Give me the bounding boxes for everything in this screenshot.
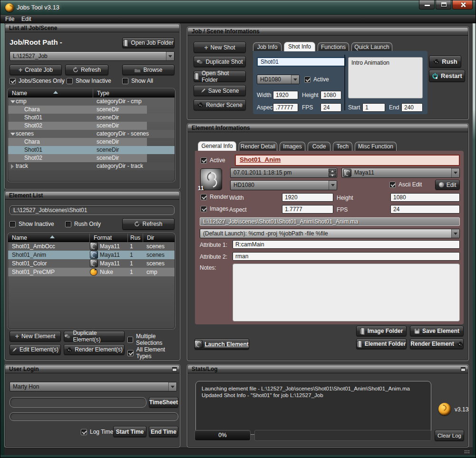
log-time-box[interactable] xyxy=(81,429,87,435)
tab-misc-function[interactable]: Misc Function xyxy=(355,142,397,151)
tree-row-scenes[interactable]: scenes categoryDir - scenes xyxy=(8,130,175,138)
element-notes-area[interactable] xyxy=(233,263,460,322)
render-scene-button[interactable]: Render Scene xyxy=(194,99,246,110)
shot-active-checkbox[interactable]: Active xyxy=(304,76,329,83)
element-row-precmp[interactable]: Shot01_PreCMP Nuke 1 cmp xyxy=(8,268,175,276)
chevron-down-icon[interactable] xyxy=(451,168,459,177)
refresh-elements-button[interactable]: Refresh xyxy=(122,218,175,230)
tab-images[interactable]: Images xyxy=(280,142,305,151)
edit-elements-button[interactable]: Edit Element(s) xyxy=(10,344,61,355)
tree-row-shot02[interactable]: Shot02 sceneDir xyxy=(8,122,175,130)
create-job-button[interactable]: +Create Job xyxy=(10,65,62,75)
chevron-down-icon[interactable] xyxy=(329,181,337,190)
element-aspect-field[interactable]: 1.7777 xyxy=(282,205,333,214)
spinner-down-icon[interactable] xyxy=(329,173,336,177)
rush-only-box[interactable] xyxy=(65,221,71,227)
launch-command-combobox[interactable]: (Default Launch): %cmd -proj %jobPath -f… xyxy=(200,229,460,238)
save-element-button[interactable]: Save Element xyxy=(410,326,464,336)
render-checkbox[interactable]: Render xyxy=(201,194,228,200)
render-element-button[interactable]: Render Element xyxy=(410,339,464,349)
tab-functions[interactable]: Functions xyxy=(318,42,349,51)
image-folder-button[interactable]: Image Folder xyxy=(356,326,407,336)
tree-row-shot01[interactable]: Shot01 sceneDir xyxy=(8,114,175,122)
element-width-field[interactable]: 1920 xyxy=(282,193,333,202)
expanded-icon[interactable] xyxy=(10,133,15,136)
element-format-combobox[interactable]: HD1080 xyxy=(230,180,337,190)
tree-row-shot02-scenes[interactable]: Shot02 sceneDir xyxy=(8,154,175,162)
chevron-down-icon[interactable] xyxy=(168,382,176,391)
browse-button[interactable]: Browse xyxy=(122,65,175,75)
spinner-up-icon[interactable] xyxy=(329,169,336,173)
time-note-field[interactable] xyxy=(10,412,178,421)
edit-button[interactable]: Edit xyxy=(435,180,460,190)
shot-fps-field[interactable]: 24 xyxy=(321,103,341,112)
resize-grip[interactable] xyxy=(464,450,469,454)
render-elements-button[interactable]: Render Element(s) xyxy=(64,344,125,355)
element-row-color[interactable]: Shot01_Color Maya11 1 scenes xyxy=(8,259,175,268)
show-inactive-elements-box[interactable] xyxy=(10,221,16,227)
user-combobox[interactable]: Marty Hon xyxy=(10,382,177,391)
element-height-field[interactable]: 1080 xyxy=(390,193,460,202)
duplicate-shot-button[interactable]: Duplicate Shot xyxy=(194,56,246,67)
save-scene-button[interactable]: Save Scene xyxy=(194,85,246,96)
element-fps-field[interactable]: 24 xyxy=(390,205,460,214)
tab-general-info[interactable]: General Info xyxy=(198,141,236,151)
tab-render-detail[interactable]: Render Detail xyxy=(239,142,277,151)
menu-edit[interactable]: Edit xyxy=(19,15,34,23)
shot-notes-area[interactable]: Intro Animation xyxy=(348,57,423,98)
chevron-down-icon[interactable] xyxy=(166,52,174,60)
element-active-checkbox[interactable]: Active xyxy=(201,157,225,164)
all-element-types-checkbox[interactable]: All Element Types xyxy=(127,346,180,360)
element-folder-button[interactable]: Element Folder xyxy=(356,339,407,349)
tree-row-track[interactable]: track categoryDir - track xyxy=(8,162,175,170)
close-button[interactable] xyxy=(452,0,473,10)
element-date-field[interactable]: 07.01.2011 1:18:15 pm xyxy=(230,168,337,178)
multiple-selections-box[interactable] xyxy=(127,337,133,343)
render-box[interactable] xyxy=(201,194,207,200)
log-output[interactable]: Launching element file - L:\12527_Job\sc… xyxy=(195,381,431,435)
start-time-button[interactable]: Start Time xyxy=(113,426,146,437)
column-header-dir[interactable]: Dir xyxy=(143,234,175,242)
ascii-edit-box[interactable] xyxy=(389,182,396,188)
shot-start-field[interactable]: 1 xyxy=(362,103,385,112)
restart-button[interactable]: Restart xyxy=(429,70,465,82)
tree-row-chara-scenes[interactable]: Chara sceneDir xyxy=(8,138,175,146)
shot-width-field[interactable]: 1920 xyxy=(273,91,298,99)
job-path-combobox[interactable]: L:\12527_Job xyxy=(10,51,175,61)
collapsed-icon[interactable] xyxy=(11,164,14,169)
element-row-ambocc[interactable]: Shot01_AmbOcc Maya11 1 scenes xyxy=(8,242,175,251)
images-box[interactable] xyxy=(201,206,207,212)
popout-icon[interactable] xyxy=(461,367,466,371)
launch-element-button[interactable]: Launch Element xyxy=(194,339,249,350)
column-header-type[interactable]: Type xyxy=(93,89,175,97)
jobs-scenes-only-checkbox[interactable]: Jobs/Scenes Only xyxy=(10,78,65,84)
end-time-button[interactable]: End Time xyxy=(149,426,178,437)
element-path-field[interactable]: L:\12527_Job\scenes\Shot01 xyxy=(10,205,175,215)
expanded-icon[interactable] xyxy=(10,100,15,103)
element-app-combobox[interactable]: Maya11 xyxy=(341,168,460,178)
tree-row-cmp[interactable]: cmp categoryDir - cmp xyxy=(8,97,175,106)
show-all-box[interactable] xyxy=(122,78,128,84)
images-checkbox[interactable]: Images xyxy=(201,205,228,212)
timesheet-field[interactable] xyxy=(10,397,146,408)
tree-row-chara[interactable]: Chara sceneDir xyxy=(8,106,175,114)
show-inactive-jobs-checkbox[interactable]: Show Inactive xyxy=(67,78,111,84)
element-active-box[interactable] xyxy=(201,157,207,164)
element-name-field[interactable]: Shot01_Anim xyxy=(235,155,460,166)
menu-file[interactable]: File xyxy=(2,15,17,23)
open-job-folder-button[interactable]: Open Job Folder xyxy=(122,38,175,48)
tab-job-info[interactable]: Job Info xyxy=(253,42,282,51)
shot-name-field[interactable]: Shot01 xyxy=(257,57,346,67)
shot-end-field[interactable]: 240 xyxy=(401,103,423,112)
tab-tech[interactable]: Tech xyxy=(333,142,352,151)
new-element-button[interactable]: +New Element xyxy=(10,331,61,341)
rush-only-checkbox[interactable]: Rush Only xyxy=(65,221,101,227)
shot-format-combobox[interactable]: HD1080 xyxy=(257,75,300,84)
duplicate-elements-button[interactable]: Duplicate Element(s) xyxy=(64,331,125,341)
column-header-rus[interactable]: Rus xyxy=(127,234,143,242)
attribute2-field[interactable]: rman xyxy=(233,252,460,261)
ascii-edit-checkbox[interactable]: Ascii Edit xyxy=(389,181,422,188)
jobs-scenes-only-box[interactable] xyxy=(10,78,16,84)
show-inactive-jobs-box[interactable] xyxy=(67,78,73,84)
multiple-selections-checkbox[interactable]: Multiple Selections xyxy=(127,333,180,346)
